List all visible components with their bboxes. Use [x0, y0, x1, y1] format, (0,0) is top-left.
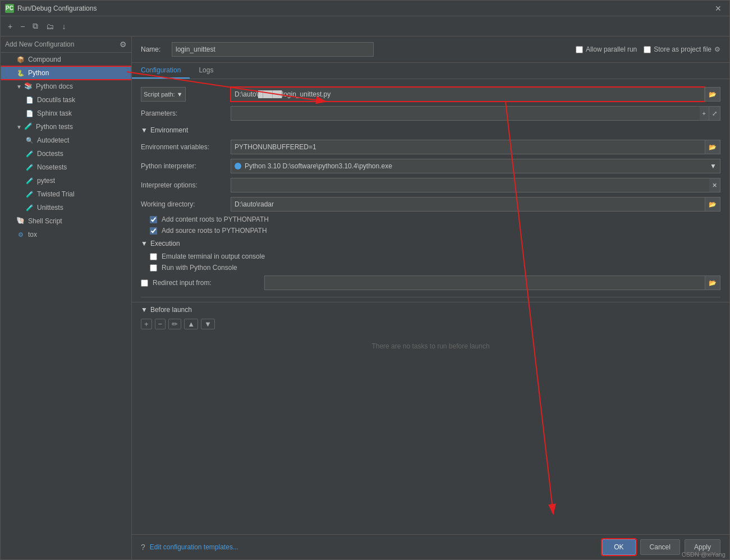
launch-toolbar: + − ✏ ▲ ▼	[132, 317, 729, 331]
store-project-label: Store as project file	[654, 45, 711, 53]
name-input[interactable]	[172, 42, 374, 57]
launch-move-up-button[interactable]: ▲	[184, 319, 198, 329]
env-vars-browse-button[interactable]: 📂	[705, 140, 720, 154]
add-source-roots-checkbox[interactable]	[150, 227, 157, 235]
interpreter-options-label: Interpreter options:	[141, 181, 231, 189]
python-tests-arrow: ▼	[16, 124, 22, 130]
redirect-input-row: Redirect input from: 📂	[132, 273, 729, 292]
remove-config-button[interactable]: −	[17, 20, 27, 33]
folder-button[interactable]: 🗂	[43, 20, 57, 33]
copy-config-button[interactable]: ⧉	[30, 20, 41, 33]
interpreter-options-row: Interpreter options: ✕	[132, 176, 729, 195]
sidebar-item-docutils[interactable]: 📄 Docutils task	[1, 93, 131, 107]
sidebar-item-pytest[interactable]: 🧪 pytest	[1, 174, 131, 187]
redirect-input-browse-button[interactable]: 📂	[705, 276, 720, 290]
window-title: Run/Debug Configurations	[17, 4, 711, 12]
sidebar-item-compound[interactable]: 📦 Compound	[1, 53, 131, 66]
name-row-right: Allow parallel run Store as project file…	[576, 45, 720, 53]
edit-templates-link[interactable]: Edit configuration templates...	[150, 543, 238, 551]
close-button[interactable]: ✕	[711, 3, 725, 14]
allow-parallel-run-row: Allow parallel run	[576, 45, 637, 53]
environment-section-header[interactable]: ▼ Environment	[132, 123, 729, 137]
redirect-input-label: Redirect input from:	[153, 279, 212, 287]
allow-parallel-label: Allow parallel run	[586, 45, 637, 53]
interpreter-options-input[interactable]	[231, 178, 709, 192]
add-content-roots-checkbox[interactable]	[150, 216, 157, 223]
main-toolbar: + − ⧉ 🗂 ↓	[1, 16, 729, 36]
python-interpreter-select[interactable]: Python 3.10 D:\software\python3.10.4\pyt…	[231, 159, 720, 173]
sidebar-item-tox[interactable]: ⚙ tox	[1, 228, 131, 241]
allow-parallel-checkbox[interactable]	[576, 46, 583, 53]
add-content-roots-label: Add content roots to PYTHONPATH	[162, 215, 269, 223]
pytest-icon: 🧪	[25, 176, 34, 185]
environment-section-label: Environment	[150, 126, 188, 134]
script-path-input[interactable]	[231, 87, 705, 102]
run-python-console-label: Run with Python Console	[162, 264, 237, 272]
env-vars-input[interactable]	[231, 140, 705, 154]
sidebar-item-sphinx-label: Sphinx task	[37, 109, 72, 117]
tab-logs[interactable]: Logs	[190, 63, 222, 79]
parameters-plus-button[interactable]: +	[700, 106, 709, 121]
sidebar-item-twisted-trial[interactable]: 🧪 Twisted Trial	[1, 187, 131, 201]
redirect-input-field[interactable]	[264, 276, 705, 290]
add-config-button[interactable]: +	[5, 20, 15, 33]
sidebar-group-python-tests[interactable]: ▼ 🧪 Python tests	[1, 120, 131, 134]
app-icon: PC	[5, 4, 14, 13]
run-python-console-row: Run with Python Console	[132, 262, 729, 273]
sidebar-item-unittests[interactable]: 🧪 Unittests	[1, 201, 131, 214]
sidebar-item-python[interactable]: 🐍 Python	[1, 66, 131, 80]
execution-section-header[interactable]: ▼ Execution	[132, 236, 729, 251]
sidebar-item-shell-script[interactable]: 🐚 Shell Script	[1, 214, 131, 228]
redirect-input-checkbox[interactable]	[141, 279, 148, 287]
launch-edit-button[interactable]: ✏	[168, 319, 181, 329]
sidebar-item-autodetect-label: Autodetect	[37, 136, 69, 144]
launch-add-button[interactable]: +	[141, 319, 152, 329]
config-body: Script path: ▼ 📂 Parameters: +	[132, 79, 729, 534]
launch-remove-button[interactable]: −	[155, 319, 166, 329]
compound-icon: 📦	[16, 55, 25, 64]
python-interpreter-label: Python interpreter:	[141, 162, 231, 170]
right-panel: Name: Allow parallel run Store as projec…	[132, 36, 729, 559]
redirect-input-container: 📂	[264, 276, 720, 290]
script-path-dropdown[interactable]: Script path: ▼	[141, 87, 186, 102]
run-python-console-checkbox[interactable]	[150, 264, 157, 272]
sidebar-group-python-tests-label: Python tests	[36, 123, 73, 131]
sidebar-item-nosetests-label: Nosetests	[37, 163, 67, 171]
working-dir-browse-button[interactable]: 📂	[705, 197, 720, 212]
sidebar-item-nosetests[interactable]: 🧪 Nosetests	[1, 160, 131, 174]
sidebar-item-doctests[interactable]: 🧪 Doctests	[1, 147, 131, 160]
sidebar-item-shell-label: Shell Script	[28, 217, 62, 225]
sphinx-icon: 📄	[25, 109, 34, 118]
env-vars-row: Environment variables: 📂	[132, 137, 729, 157]
move-down-button[interactable]: ↓	[59, 20, 68, 33]
sidebar-group-python-docs[interactable]: ▼ 📚 Python docs	[1, 80, 131, 93]
script-path-label: Script path:	[144, 91, 175, 98]
parameters-input[interactable]	[231, 106, 700, 121]
emulate-terminal-checkbox[interactable]	[150, 253, 157, 260]
store-as-project-row: Store as project file ⚙	[644, 45, 720, 53]
execution-arrow: ▼	[141, 240, 148, 247]
interpreter-options-input-container: ✕	[231, 178, 720, 192]
python-interpreter-row: Python interpreter: Python 3.10 D:\softw…	[132, 157, 729, 176]
script-path-browse-button[interactable]: 📂	[705, 87, 720, 102]
execution-section-label: Execution	[150, 240, 180, 247]
help-icon[interactable]: ?	[141, 543, 145, 552]
sidebar-item-tox-label: tox	[28, 231, 37, 238]
launch-move-down-button[interactable]: ▼	[201, 319, 215, 329]
working-dir-label: Working directory:	[141, 200, 231, 208]
cancel-button[interactable]: Cancel	[640, 539, 680, 555]
parameters-expand-button[interactable]: ⤢	[709, 106, 720, 121]
interpreter-options-clear-button[interactable]: ✕	[709, 178, 720, 192]
ok-button[interactable]: OK	[602, 539, 635, 555]
store-project-gear-icon: ⚙	[714, 45, 720, 53]
tab-configuration[interactable]: Configuration	[132, 63, 190, 79]
autodetect-icon: 🔍	[25, 136, 34, 145]
sidebar-item-sphinx[interactable]: 📄 Sphinx task	[1, 107, 131, 120]
sidebar-item-autodetect[interactable]: 🔍 Autodetect	[1, 134, 131, 147]
working-dir-row: Working directory: 📂	[132, 195, 729, 214]
footer-buttons: OK Cancel Apply	[602, 539, 720, 555]
working-dir-input[interactable]	[231, 197, 705, 212]
apply-button[interactable]: Apply	[685, 539, 720, 555]
store-project-checkbox[interactable]	[644, 46, 651, 53]
add-new-config-icon: ⚙	[120, 40, 127, 49]
